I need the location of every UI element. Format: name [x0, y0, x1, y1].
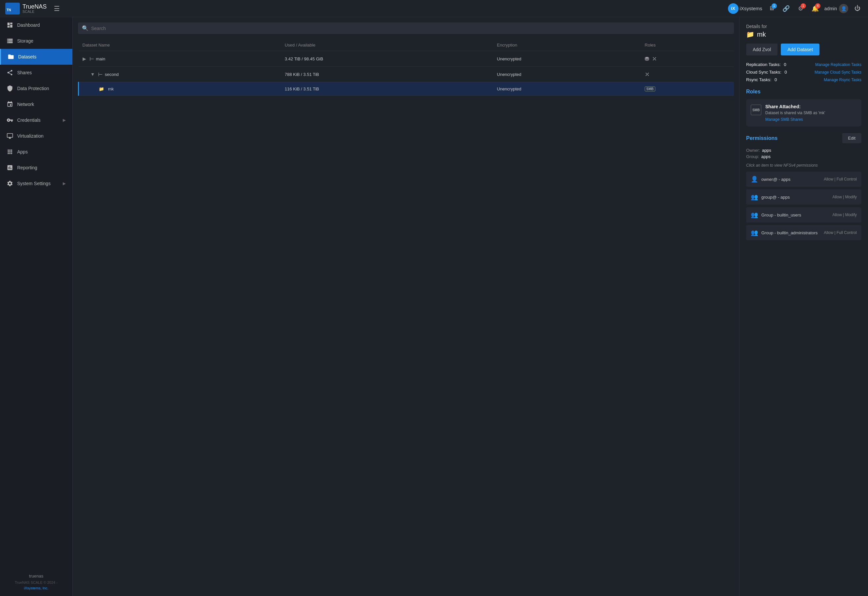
sidebar-item-apps[interactable]: Apps [0, 144, 72, 160]
sidebar-item-shares[interactable]: Shares [0, 65, 72, 81]
topbar: TN TrueNAS SCALE ☰ iX iXsystems 🖥 1 🔗 ⚙ … [0, 0, 868, 17]
sidebar-label-shares: Shares [17, 70, 32, 75]
hostname: truenas [5, 574, 67, 578]
table-row[interactable]: ▼ ⊢ second 788 KiB / 3.51 TiB Unencrypte… [78, 67, 734, 82]
ix-icon: iX [728, 3, 738, 14]
add-zvol-button[interactable]: Add Zvol [746, 44, 778, 55]
search-input[interactable] [91, 26, 730, 31]
dataset-encryption-main: Unencrypted [493, 51, 641, 67]
dataset-encryption-mk: Unencrypted [493, 82, 641, 96]
group-label: Group: [746, 154, 759, 159]
system-settings-icon [7, 180, 13, 187]
replication-count: 0 [784, 62, 786, 67]
ix-systems-logo: iX iXsystems [728, 3, 762, 14]
sidebar-item-virtualization[interactable]: Virtualization [0, 128, 72, 144]
manage-cloud-sync-link[interactable]: Manage Cloud Sync Tasks [815, 70, 861, 75]
sidebar-item-datasets[interactable]: Datasets [0, 49, 72, 65]
owner-label: Owner: [746, 148, 760, 153]
sidebar-label-data-protection: Data Protection [17, 86, 49, 91]
sidebar-item-system-settings[interactable]: System Settings ▶ [0, 176, 72, 192]
datasets-icon [7, 53, 14, 60]
admin-avatar: 👤 [839, 4, 848, 13]
perm-entry-group-apps[interactable]: 👥 group@ - apps Allow | Modify [746, 189, 861, 205]
rsync-count: 0 [775, 77, 777, 82]
permissions-section-title: Permissions [746, 135, 778, 141]
permissions-section: Permissions Edit Owner: apps Group: apps… [746, 133, 861, 240]
sidebar: Dashboard Storage Datasets [0, 17, 72, 596]
table-row[interactable]: ▶ ⊢ main 3.42 TiB / 98.45 GiB Unencrypte… [78, 51, 734, 67]
system-settings-chevron: ▶ [63, 181, 66, 186]
dataset-encryption-second: Unencrypted [493, 67, 641, 82]
perm-entry-builtin-admins[interactable]: 👥 Group - builtin_administrators Allow |… [746, 225, 861, 240]
dataset-tree-icon-second: ⊢ [98, 71, 103, 78]
manage-smb-shares-link[interactable]: Manage SMB Shares [765, 117, 825, 122]
perm-name-group-apps: group@ - apps [761, 195, 829, 200]
sidebar-label-datasets: Datasets [18, 54, 36, 59]
expand-button-second[interactable]: ▼ [90, 72, 95, 77]
role-card: SMB Share Attached: Dataset is shared vi… [746, 99, 861, 126]
role-info: Share Attached: Dataset is shared via SM… [765, 104, 825, 122]
dataset-name-cell-mk: 📁 mk [83, 87, 277, 91]
details-header: Details for 📁 mk [746, 24, 861, 38]
dataset-used-mk: 116 KiB / 3.51 TiB [281, 82, 493, 96]
edit-permissions-button[interactable]: Edit [842, 133, 861, 143]
power-icon[interactable]: ⏻ [852, 3, 863, 14]
manage-replication-link[interactable]: Manage Replication Tasks [815, 62, 861, 67]
permissions-meta: Owner: apps Group: apps [746, 148, 861, 159]
search-bar: 🔍 [78, 22, 734, 34]
sidebar-label-system-settings: System Settings [17, 181, 50, 186]
truenas-logo: TN [5, 3, 20, 15]
smb-badge-mk: SMB [645, 87, 655, 91]
details-dataset-name: mk [757, 31, 766, 38]
admin-menu[interactable]: admin 👤 [824, 4, 848, 13]
expand-button-main[interactable]: ▶ [83, 56, 86, 61]
dataset-used-second: 788 KiB / 3.51 TiB [281, 67, 493, 82]
perm-entry-owner-apps[interactable]: 👤 owner@ - apps Allow | Full Control [746, 172, 861, 187]
credentials-chevron: ▶ [63, 118, 66, 122]
sidebar-item-credentials[interactable]: Credentials ▶ [0, 112, 72, 128]
ha-status-icon[interactable]: 🔗 [781, 3, 791, 14]
rsync-label: Rsync Tasks: 0 [746, 77, 777, 82]
col-dataset-name: Dataset Name [78, 39, 281, 51]
manage-rsync-link[interactable]: Manage Rsync Tasks [824, 78, 861, 82]
perm-name-owner-apps: owner@ - apps [761, 177, 821, 182]
sidebar-item-network[interactable]: Network [0, 96, 72, 112]
sidebar-item-dashboard[interactable]: Dashboard [0, 17, 72, 33]
dataset-name-second: second [105, 72, 118, 77]
jobs-icon[interactable]: ⚙ 1 [796, 3, 806, 14]
sidebar-nav: Dashboard Storage Datasets [0, 17, 72, 192]
perm-entry-builtin-users[interactable]: 👥 Group - builtin_users Allow | Modify [746, 207, 861, 223]
alerts-badge: 4 [815, 3, 821, 9]
group-icon-3: 👥 [751, 229, 758, 236]
copyright: TrueNAS SCALE © 2024 - iXsystems, Inc. [5, 580, 67, 591]
topbar-left: TN TrueNAS SCALE ☰ [5, 3, 62, 15]
add-dataset-button[interactable]: Add Dataset [781, 44, 819, 55]
storage-icon [7, 38, 13, 44]
dataset-tree-icon-main: ⊢ [90, 56, 94, 62]
dataset-folder-icon-mk: 📁 [99, 87, 104, 91]
app-body: Dashboard Storage Datasets [0, 17, 868, 596]
dataset-used-main: 3.42 TiB / 98.45 GiB [281, 51, 493, 67]
sidebar-item-reporting[interactable]: Reporting [0, 160, 72, 176]
roles-section-title: Roles [746, 89, 861, 95]
replication-task-row: Replication Tasks: 0 Manage Replication … [746, 62, 861, 67]
alerts-icon[interactable]: 🔔 4 [810, 3, 821, 14]
details-for-label: Details for [746, 24, 861, 29]
person-icon: 👤 [751, 176, 758, 183]
roles-extra-icon-main: ⛃ [645, 56, 649, 62]
hamburger-button[interactable]: ☰ [52, 3, 62, 15]
table-row[interactable]: 📁 mk 116 KiB / 3.51 TiB Unencrypted SMB [78, 82, 734, 96]
ix-link[interactable]: iXsystems, Inc. [24, 586, 49, 590]
replication-label: Replication Tasks: 0 [746, 62, 786, 67]
details-folder-icon: 📁 [746, 30, 754, 38]
sidebar-label-network: Network [17, 102, 34, 107]
perm-access-builtin-users: Allow | Modify [833, 212, 857, 217]
sidebar-item-data-protection[interactable]: Data Protection [0, 81, 72, 96]
share-icon-second: ⤫ [645, 71, 650, 78]
roles-section: Roles SMB Share Attached: Dataset is sha… [746, 89, 861, 126]
share-icon-main: ⤫ [652, 55, 657, 62]
sidebar-item-storage[interactable]: Storage [0, 33, 72, 49]
truecommand-icon[interactable]: 🖥 1 [766, 3, 777, 14]
cloud-sync-count: 0 [784, 69, 787, 75]
apps-icon [7, 149, 13, 155]
